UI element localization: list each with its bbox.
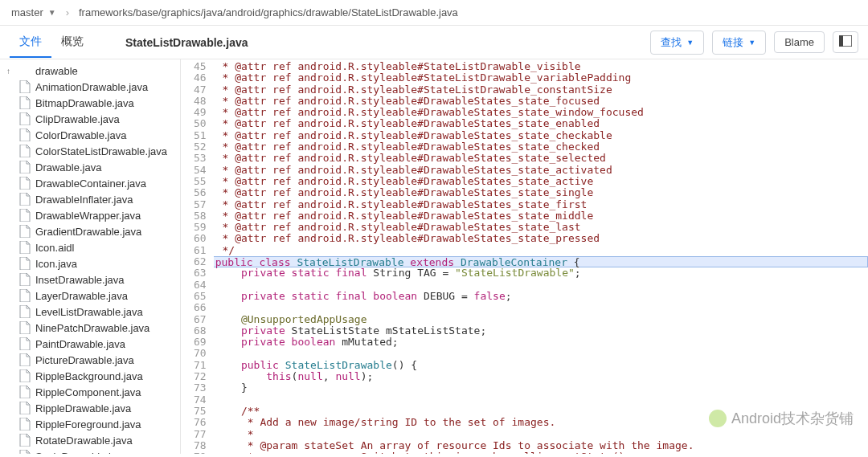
branch-selector[interactable]: master ▼ xyxy=(11,6,56,18)
file-icon xyxy=(19,305,31,318)
panel-icon xyxy=(839,35,852,47)
folder-icon xyxy=(19,64,31,77)
tree-item[interactable]: InsetDrawable.java xyxy=(0,271,180,288)
file-name: RotateDrawable.java xyxy=(35,435,133,447)
file-icon xyxy=(19,96,31,109)
file-icon xyxy=(19,402,31,414)
tree-item[interactable]: DrawableWrapper.java xyxy=(0,207,180,223)
file-icon xyxy=(19,209,31,222)
file-icon xyxy=(19,129,31,141)
file-icon xyxy=(19,321,31,334)
file-icon xyxy=(19,273,31,286)
file-name: DrawableWrapper.java xyxy=(35,210,141,222)
tree-item[interactable]: RippleBackground.java xyxy=(0,368,180,384)
tree-item[interactable]: DrawableContainer.java xyxy=(0,175,180,191)
tree-item[interactable]: DrawableInflater.java xyxy=(0,191,180,207)
tree-item[interactable]: NinePatchDrawable.java xyxy=(0,320,180,336)
file-icon xyxy=(19,257,31,270)
file-icon xyxy=(19,337,31,350)
file-name: Drawable.java xyxy=(35,161,101,173)
file-icon xyxy=(19,418,31,430)
tree-item[interactable]: ColorDrawable.java xyxy=(0,127,180,143)
top-bar: master ▼ › frameworks/base/graphics/java… xyxy=(0,0,868,26)
tree-item[interactable]: AnimationDrawable.java xyxy=(0,79,180,95)
up-arrow-icon: ↑ xyxy=(6,67,14,75)
svg-rect-1 xyxy=(839,35,843,47)
file-icon xyxy=(19,289,31,302)
file-name: RippleBackground.java xyxy=(35,370,143,382)
file-name: ScaleDrawable.java xyxy=(35,451,128,455)
file-name: ColorStateListDrawable.java xyxy=(35,145,167,157)
code-viewer[interactable]: 4546474849505152535455565758596061626364… xyxy=(181,59,868,454)
tree-item[interactable]: ClipDrawable.java xyxy=(0,111,180,127)
file-icon xyxy=(19,241,31,254)
link-button[interactable]: 链接▼ xyxy=(712,31,766,55)
tree-item[interactable]: PaintDrawable.java xyxy=(0,336,180,352)
chevron-down-icon: ▼ xyxy=(48,8,56,17)
file-icon xyxy=(19,112,31,125)
file-icon xyxy=(19,369,31,382)
tree-item[interactable]: LayerDrawable.java xyxy=(0,288,180,304)
breadcrumb[interactable]: frameworks/base/graphics/java/android/gr… xyxy=(79,6,458,18)
secondary-bar: 文件 概览 StateListDrawable.java 查找▼ 链接▼ Bla… xyxy=(0,26,868,59)
tree-item[interactable]: PictureDrawable.java xyxy=(0,352,180,368)
link-label: 链接 xyxy=(723,35,743,50)
file-icon xyxy=(19,161,31,173)
file-name: DrawableContainer.java xyxy=(35,177,146,190)
panel-toggle-button[interactable] xyxy=(833,31,858,53)
file-name: Icon.java xyxy=(35,258,77,270)
file-tree-sidebar[interactable]: ↑drawableAnimationDrawable.javaBitmapDra… xyxy=(0,59,181,454)
tree-item[interactable]: BitmapDrawable.java xyxy=(0,95,180,111)
tree-item[interactable]: Icon.java xyxy=(0,255,180,271)
tree-item[interactable]: RippleComponent.java xyxy=(0,384,180,400)
tree-item[interactable]: GradientDrawable.java xyxy=(0,223,180,239)
tree-item[interactable]: Drawable.java xyxy=(0,159,180,175)
breadcrumb-separator: › xyxy=(66,6,69,18)
file-name: ColorDrawable.java xyxy=(35,129,126,141)
file-icon xyxy=(19,386,31,398)
find-button[interactable]: 查找▼ xyxy=(650,31,704,55)
tree-item[interactable]: RippleDrawable.java xyxy=(0,400,180,416)
folder-name: drawable xyxy=(35,65,78,77)
file-icon xyxy=(19,177,31,190)
tree-item[interactable]: LevelListDrawable.java xyxy=(0,304,180,320)
file-name: LayerDrawable.java xyxy=(35,290,128,302)
tree-item[interactable]: Icon.aidl xyxy=(0,239,180,255)
tree-up-folder[interactable]: ↑drawable xyxy=(0,63,180,79)
tree-item[interactable]: ColorStateListDrawable.java xyxy=(0,143,180,159)
file-name: BitmapDrawable.java xyxy=(35,97,134,109)
file-icon xyxy=(19,434,31,447)
file-name: RippleDrawable.java xyxy=(35,402,131,414)
file-name: PaintDrawable.java xyxy=(35,338,125,350)
line-numbers: 4546474849505152535455565758596061626364… xyxy=(181,59,215,454)
tab-overview[interactable]: 概览 xyxy=(51,27,93,58)
code-content: * @attr ref android.R.styleable#StateLis… xyxy=(215,59,868,454)
file-name: Icon.aidl xyxy=(35,242,74,254)
chevron-down-icon: ▼ xyxy=(686,39,694,47)
file-name: ClipDrawable.java xyxy=(35,113,120,125)
file-name: DrawableInflater.java xyxy=(35,194,133,206)
file-name: InsetDrawable.java xyxy=(35,274,125,286)
branch-name: master xyxy=(11,6,43,18)
blame-button[interactable]: Blame xyxy=(774,31,825,53)
find-label: 查找 xyxy=(661,35,682,50)
tree-item[interactable]: ScaleDrawable.java xyxy=(0,448,180,454)
file-icon xyxy=(19,80,31,93)
file-name: PictureDrawable.java xyxy=(35,354,134,366)
filename-header: StateListDrawable.java xyxy=(109,36,248,49)
file-name: GradientDrawable.java xyxy=(35,226,141,238)
tree-item[interactable]: RippleForeground.java xyxy=(0,416,180,432)
file-icon xyxy=(19,450,31,454)
chevron-down-icon: ▼ xyxy=(748,39,755,47)
file-name: RippleComponent.java xyxy=(35,386,141,398)
file-icon xyxy=(19,193,31,206)
file-name: LevelListDrawable.java xyxy=(35,306,143,318)
file-name: AnimationDrawable.java xyxy=(35,81,148,93)
file-name: RippleForeground.java xyxy=(35,418,141,430)
tab-files[interactable]: 文件 xyxy=(10,27,51,58)
file-icon xyxy=(19,353,31,366)
tree-item[interactable]: RotateDrawable.java xyxy=(0,432,180,448)
file-name: NinePatchDrawable.java xyxy=(35,322,149,334)
file-icon xyxy=(19,145,31,157)
file-icon xyxy=(19,225,31,238)
